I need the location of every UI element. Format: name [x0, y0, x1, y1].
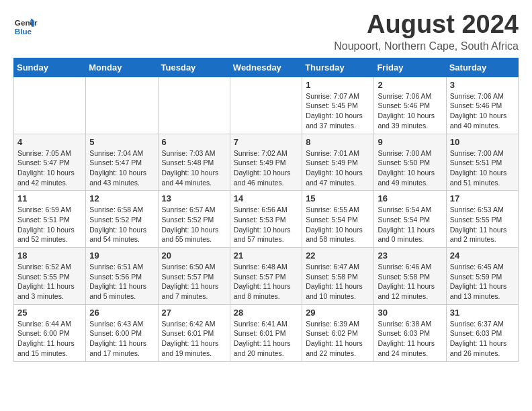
calendar-week-row: 18Sunrise: 6:52 AM Sunset: 5:55 PM Dayli… — [14, 248, 519, 305]
calendar-cell: 6Sunrise: 7:03 AM Sunset: 5:48 PM Daylig… — [158, 134, 230, 191]
logo: General Blue — [13, 13, 40, 38]
calendar-cell — [158, 77, 230, 134]
calendar-cell: 4Sunrise: 7:05 AM Sunset: 5:47 PM Daylig… — [14, 134, 86, 191]
calendar-cell — [14, 77, 86, 134]
day-number: 31 — [450, 308, 515, 318]
day-info: Sunrise: 6:56 AM Sunset: 5:53 PM Dayligh… — [234, 205, 298, 244]
day-number: 7 — [234, 137, 298, 147]
day-number: 2 — [378, 80, 442, 90]
day-number: 8 — [306, 137, 370, 147]
calendar-cell: 20Sunrise: 6:50 AM Sunset: 5:57 PM Dayli… — [158, 248, 230, 305]
day-number: 16 — [378, 193, 442, 203]
title-block: August 2024 Noupoort, Northern Cape, Sou… — [334, 11, 519, 52]
day-number: 28 — [234, 308, 298, 318]
calendar-cell: 11Sunrise: 6:59 AM Sunset: 5:51 PM Dayli… — [14, 191, 86, 248]
day-number: 24 — [450, 250, 515, 261]
day-info: Sunrise: 6:46 AM Sunset: 5:58 PM Dayligh… — [378, 262, 442, 302]
day-number: 26 — [89, 308, 154, 318]
day-info: Sunrise: 6:47 AM Sunset: 5:58 PM Dayligh… — [306, 262, 370, 302]
calendar-cell: 23Sunrise: 6:46 AM Sunset: 5:58 PM Dayli… — [374, 248, 446, 305]
day-number: 25 — [17, 308, 82, 318]
day-info: Sunrise: 7:00 AM Sunset: 5:50 PM Dayligh… — [378, 148, 442, 188]
day-number: 14 — [234, 193, 298, 203]
calendar-week-row: 25Sunrise: 6:44 AM Sunset: 6:00 PM Dayli… — [14, 304, 519, 361]
calendar-week-row: 11Sunrise: 6:59 AM Sunset: 5:51 PM Dayli… — [14, 191, 519, 248]
day-info: Sunrise: 6:59 AM Sunset: 5:51 PM Dayligh… — [17, 205, 82, 244]
day-info: Sunrise: 6:50 AM Sunset: 5:57 PM Dayligh… — [162, 262, 226, 302]
calendar-cell: 5Sunrise: 7:04 AM Sunset: 5:47 PM Daylig… — [86, 134, 158, 191]
calendar-cell: 31Sunrise: 6:37 AM Sunset: 6:03 PM Dayli… — [446, 304, 518, 361]
main-title: August 2024 — [334, 11, 519, 39]
day-info: Sunrise: 7:00 AM Sunset: 5:51 PM Dayligh… — [450, 148, 515, 188]
calendar-cell: 13Sunrise: 6:57 AM Sunset: 5:52 PM Dayli… — [158, 191, 230, 248]
svg-text:General: General — [15, 18, 38, 27]
calendar-cell: 7Sunrise: 7:02 AM Sunset: 5:49 PM Daylig… — [230, 134, 302, 191]
calendar-cell: 27Sunrise: 6:42 AM Sunset: 6:01 PM Dayli… — [158, 304, 230, 361]
day-info: Sunrise: 6:48 AM Sunset: 5:57 PM Dayligh… — [234, 262, 298, 302]
day-info: Sunrise: 7:05 AM Sunset: 5:47 PM Dayligh… — [17, 148, 82, 188]
day-number: 29 — [306, 308, 370, 318]
calendar-header-thursday: Thursday — [302, 58, 374, 77]
day-info: Sunrise: 6:54 AM Sunset: 5:54 PM Dayligh… — [378, 205, 442, 244]
calendar-cell — [86, 77, 158, 134]
calendar-header-monday: Monday — [86, 58, 158, 77]
day-info: Sunrise: 6:43 AM Sunset: 6:00 PM Dayligh… — [89, 319, 154, 359]
calendar-cell: 2Sunrise: 7:06 AM Sunset: 5:46 PM Daylig… — [374, 77, 446, 134]
day-info: Sunrise: 6:39 AM Sunset: 6:02 PM Dayligh… — [306, 319, 370, 359]
calendar-header-tuesday: Tuesday — [158, 58, 230, 77]
day-info: Sunrise: 6:37 AM Sunset: 6:03 PM Dayligh… — [450, 319, 515, 359]
day-number: 15 — [306, 193, 370, 203]
calendar-cell: 16Sunrise: 6:54 AM Sunset: 5:54 PM Dayli… — [374, 191, 446, 248]
day-number: 20 — [162, 250, 226, 261]
day-info: Sunrise: 7:06 AM Sunset: 5:46 PM Dayligh… — [378, 91, 442, 131]
logo-icon: General Blue — [13, 13, 38, 38]
day-number: 6 — [162, 137, 226, 147]
day-info: Sunrise: 6:57 AM Sunset: 5:52 PM Dayligh… — [162, 205, 226, 244]
calendar-header-wednesday: Wednesday — [230, 58, 302, 77]
day-number: 11 — [17, 193, 82, 203]
day-info: Sunrise: 6:53 AM Sunset: 5:55 PM Dayligh… — [450, 205, 515, 244]
svg-text:Blue: Blue — [15, 27, 32, 36]
day-info: Sunrise: 6:58 AM Sunset: 5:52 PM Dayligh… — [89, 205, 154, 244]
day-number: 12 — [89, 193, 154, 203]
day-number: 4 — [17, 137, 82, 147]
calendar-header-saturday: Saturday — [446, 58, 518, 77]
calendar-week-row: 4Sunrise: 7:05 AM Sunset: 5:47 PM Daylig… — [14, 134, 519, 191]
day-info: Sunrise: 6:41 AM Sunset: 6:01 PM Dayligh… — [234, 319, 298, 359]
calendar-cell: 17Sunrise: 6:53 AM Sunset: 5:55 PM Dayli… — [446, 191, 518, 248]
subtitle: Noupoort, Northern Cape, South Africa — [334, 40, 519, 52]
calendar-cell: 1Sunrise: 7:07 AM Sunset: 5:45 PM Daylig… — [302, 77, 374, 134]
day-number: 22 — [306, 250, 370, 261]
day-info: Sunrise: 6:45 AM Sunset: 5:59 PM Dayligh… — [450, 262, 515, 302]
calendar-header-sunday: Sunday — [14, 58, 86, 77]
day-info: Sunrise: 6:42 AM Sunset: 6:01 PM Dayligh… — [162, 319, 226, 359]
calendar-cell: 8Sunrise: 7:01 AM Sunset: 5:49 PM Daylig… — [302, 134, 374, 191]
day-number: 19 — [89, 250, 154, 261]
day-number: 17 — [450, 193, 515, 203]
calendar-cell: 14Sunrise: 6:56 AM Sunset: 5:53 PM Dayli… — [230, 191, 302, 248]
calendar-cell: 19Sunrise: 6:51 AM Sunset: 5:56 PM Dayli… — [86, 248, 158, 305]
day-number: 9 — [378, 137, 442, 147]
calendar-cell: 25Sunrise: 6:44 AM Sunset: 6:00 PM Dayli… — [14, 304, 86, 361]
day-info: Sunrise: 6:44 AM Sunset: 6:00 PM Dayligh… — [17, 319, 82, 359]
day-number: 13 — [162, 193, 226, 203]
day-info: Sunrise: 6:55 AM Sunset: 5:54 PM Dayligh… — [306, 205, 370, 244]
day-number: 21 — [234, 250, 298, 261]
day-info: Sunrise: 7:06 AM Sunset: 5:46 PM Dayligh… — [450, 91, 515, 131]
calendar-cell: 9Sunrise: 7:00 AM Sunset: 5:50 PM Daylig… — [374, 134, 446, 191]
calendar-cell: 28Sunrise: 6:41 AM Sunset: 6:01 PM Dayli… — [230, 304, 302, 361]
calendar-table: SundayMondayTuesdayWednesdayThursdayFrid… — [13, 58, 519, 362]
day-info: Sunrise: 6:51 AM Sunset: 5:56 PM Dayligh… — [89, 262, 154, 302]
calendar-header-friday: Friday — [374, 58, 446, 77]
calendar-header-row: SundayMondayTuesdayWednesdayThursdayFrid… — [14, 58, 519, 77]
header: General Blue August 2024 Noupoort, North… — [13, 11, 519, 52]
calendar-cell: 3Sunrise: 7:06 AM Sunset: 5:46 PM Daylig… — [446, 77, 518, 134]
day-info: Sunrise: 7:03 AM Sunset: 5:48 PM Dayligh… — [162, 148, 226, 188]
day-number: 5 — [89, 137, 154, 147]
day-info: Sunrise: 7:07 AM Sunset: 5:45 PM Dayligh… — [306, 91, 370, 131]
calendar-cell: 15Sunrise: 6:55 AM Sunset: 5:54 PM Dayli… — [302, 191, 374, 248]
day-number: 30 — [378, 308, 442, 318]
calendar-cell: 12Sunrise: 6:58 AM Sunset: 5:52 PM Dayli… — [86, 191, 158, 248]
day-number: 23 — [378, 250, 442, 261]
calendar-cell: 24Sunrise: 6:45 AM Sunset: 5:59 PM Dayli… — [446, 248, 518, 305]
